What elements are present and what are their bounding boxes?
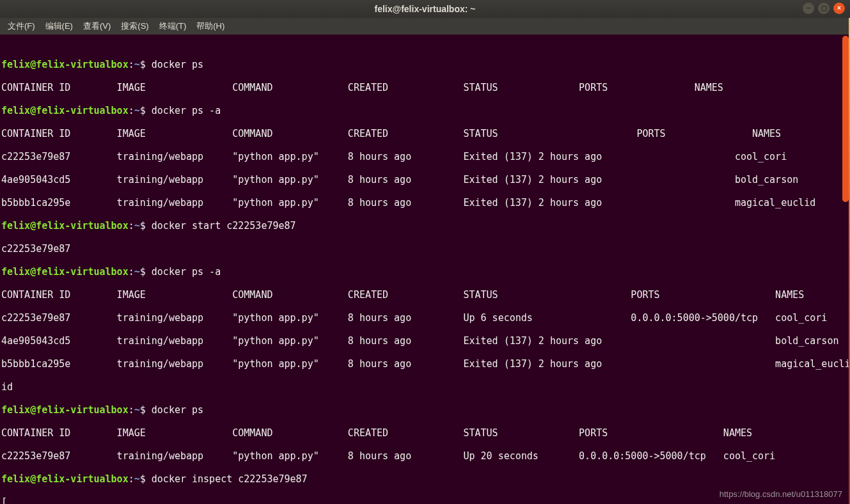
prompt-user: felix@felix-virtualbox [1, 473, 129, 485]
prompt-dollar: $ [140, 59, 146, 70]
output-line: c22253e79e87 training/webapp "python app… [0, 151, 841, 162]
window-title: felix@felix-virtualbox: ~ [375, 3, 476, 15]
prompt-path: ~ [134, 105, 140, 116]
watermark-text: https://blog.csdn.net/u011318077 [720, 489, 842, 500]
menu-help[interactable]: 帮助(H) [193, 20, 228, 32]
output-line: CONTAINER ID IMAGE COMMAND CREATED STATU… [0, 289, 841, 301]
menu-terminal[interactable]: 终端(T) [155, 20, 191, 32]
menu-bar: 文件(F) 编辑(E) 查看(V) 搜索(S) 终端(T) 帮助(H) [0, 18, 850, 35]
close-button[interactable]: × [833, 3, 845, 14]
scrollbar-thumb[interactable] [842, 36, 849, 202]
output-line: b5bbb1ca295e training/webapp "python app… [0, 358, 841, 370]
prompt-path: ~ [134, 59, 140, 70]
prompt-dollar: $ [140, 266, 146, 278]
menu-file[interactable]: 文件(F) [4, 20, 39, 32]
prompt-dollar: $ [140, 220, 146, 232]
output-line: id [0, 381, 841, 393]
terminal-area[interactable]: felix@felix-virtualbox:~$ docker ps CONT… [0, 35, 850, 504]
output-line: c22253e79e87 training/webapp "python app… [0, 450, 841, 462]
command-text: docker inspect c22253e79e87 [146, 473, 308, 485]
prompt-user: felix@felix-virtualbox [1, 404, 129, 416]
prompt-user: felix@felix-virtualbox [1, 220, 129, 232]
window-titlebar: felix@felix-virtualbox: ~ – ▢ × [0, 0, 850, 18]
prompt-user: felix@felix-virtualbox [1, 59, 129, 70]
window-controls: – ▢ × [803, 3, 845, 14]
prompt-path: ~ [134, 473, 140, 485]
minimize-button[interactable]: – [803, 3, 814, 14]
output-line: c22253e79e87 [0, 243, 841, 255]
prompt-dollar: $ [140, 473, 146, 485]
command-text: docker ps [146, 404, 203, 416]
prompt-dollar: $ [140, 105, 146, 116]
command-text: docker ps [146, 59, 203, 70]
prompt-user: felix@felix-virtualbox [1, 266, 129, 278]
prompt-sep: : [129, 105, 134, 116]
output-line: [ [0, 496, 841, 504]
menu-view[interactable]: 查看(V) [79, 20, 114, 32]
prompt-sep: : [129, 59, 134, 70]
prompt-sep: : [129, 266, 134, 278]
maximize-button[interactable]: ▢ [818, 3, 830, 14]
inspect-output: [ { "Id": "c22253e79e875c7b6b9e6eb9fb468… [0, 496, 841, 504]
output-line: b5bbb1ca295e training/webapp "python app… [0, 197, 841, 209]
prompt-dollar: $ [140, 404, 146, 416]
menu-search[interactable]: 搜索(S) [117, 20, 152, 32]
command-text: docker ps -a [146, 105, 221, 116]
prompt-sep: : [129, 220, 134, 232]
output-line: 4ae905043cd5 training/webapp "python app… [0, 335, 841, 347]
prompt-user: felix@felix-virtualbox [1, 105, 129, 116]
prompt-path: ~ [134, 404, 140, 416]
menu-edit[interactable]: 编辑(E) [42, 20, 77, 32]
output-line: c22253e79e87 training/webapp "python app… [0, 312, 841, 324]
prompt-path: ~ [134, 220, 140, 232]
prompt-sep: : [129, 473, 134, 485]
output-line: CONTAINER ID IMAGE COMMAND CREATED STATU… [0, 82, 841, 93]
prompt-sep: : [129, 404, 134, 416]
prompt-path: ~ [134, 266, 140, 278]
command-text: docker ps -a [146, 266, 221, 278]
output-line: 4ae905043cd5 training/webapp "python app… [0, 174, 841, 185]
output-line: CONTAINER ID IMAGE COMMAND CREATED STATU… [0, 427, 841, 439]
command-text: docker start c22253e79e87 [146, 220, 296, 232]
output-line: CONTAINER ID IMAGE COMMAND CREATED STATU… [0, 128, 841, 139]
